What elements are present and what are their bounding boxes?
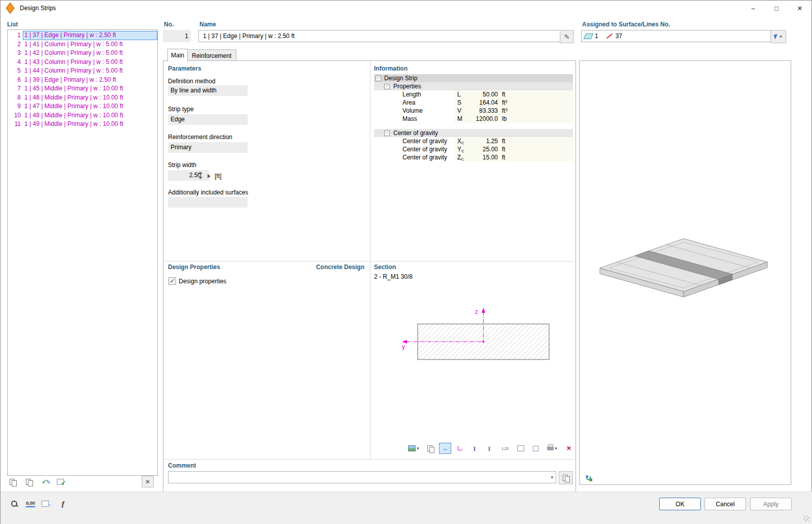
stress-points-button[interactable]: I — [468, 443, 481, 454]
chevron-down-icon: ▾ — [551, 472, 553, 483]
design-strips-dialog: Design Strips – □ ✕ List 11 | 37 | Edge … — [0, 0, 812, 524]
strip-number-field: 1 — [163, 30, 191, 42]
units-settings-button[interactable]: 0,00 — [23, 497, 38, 510]
reinforcement-direction-field[interactable]: Primary — [168, 142, 248, 153]
list-item[interactable]: 111 | 49 | Middle | Primary | w : 10.00 … — [8, 120, 157, 129]
ibeam-icon: I — [488, 445, 490, 452]
definition-method-field[interactable]: By line and width — [168, 85, 248, 96]
collapse-icon[interactable]: − — [384, 130, 390, 136]
concrete-design-heading: Concrete Design — [264, 264, 364, 271]
strip-width-expander-button[interactable] — [206, 170, 213, 182]
chevron-down-icon: ▾ — [417, 446, 419, 451]
info-row: Center of gravity ZC 15.00 ft — [374, 153, 573, 161]
included-surfaces-field[interactable] — [168, 197, 248, 208]
tree-group-row[interactable]: − Center of gravity — [374, 129, 573, 137]
name-input[interactable]: 1 | 37 | Edge | Primary | w : 2.50 ft — [198, 30, 562, 42]
comment-heading: Comment — [168, 462, 196, 469]
comment-combobox[interactable]: ▾ — [168, 471, 556, 483]
edit-name-button[interactable]: ✎ — [560, 30, 574, 43]
design-properties-checkbox[interactable]: ✓ — [168, 277, 176, 285]
tab-reinforcement[interactable]: Reinforcement — [187, 49, 236, 61]
part-numbers-button[interactable]: I — [483, 443, 495, 454]
dimension-lines-button[interactable]: ↔ — [439, 443, 451, 454]
strip-type-field[interactable]: Edge — [168, 114, 248, 125]
red-cross-icon: ✕ — [566, 445, 571, 452]
find-button[interactable] — [8, 497, 21, 510]
copy-image-button[interactable] — [424, 443, 436, 454]
strip-width-spinner[interactable] — [197, 171, 204, 180]
list-item[interactable]: 51 | 44 | Column | Primary | w : 5.00 ft — [8, 67, 157, 76]
picture-icon — [408, 445, 416, 451]
info-row: Center of gravity XC 1.25 ft — [374, 137, 573, 145]
section-heading: Section — [374, 264, 396, 271]
apply-button[interactable]: Apply — [750, 498, 792, 510]
spinner-up-icon[interactable] — [198, 172, 202, 174]
collapse-icon[interactable]: − — [384, 84, 390, 89]
maximize-button[interactable]: □ — [765, 1, 788, 16]
values-button[interactable]: 1.23 — [498, 443, 512, 454]
name-heading: Name — [199, 21, 216, 28]
list-heading: List — [7, 21, 18, 28]
title-bar[interactable]: Design Strips – □ ✕ — [1, 1, 811, 16]
import-table-button[interactable]: → — [40, 497, 53, 510]
tree-root-row[interactable]: − Design Strip — [374, 74, 573, 82]
list-item[interactable]: 21 | 41 | Column | Primary | w : 5.00 ft — [8, 40, 157, 49]
no-heading: No. — [164, 21, 174, 28]
list-item[interactable]: 41 | 43 | Column | Primary | w : 5.00 ft — [8, 58, 157, 67]
arrow-icon: → — [47, 501, 52, 507]
edit-selected-button[interactable]: ✓ ✎ — [40, 476, 52, 487]
magnifier-icon — [11, 500, 18, 507]
info-row: Area S 164.04 ft² — [374, 99, 573, 107]
small-grid-icon — [533, 446, 538, 451]
list-item[interactable]: 91 | 47 | Middle | Primary | w : 10.00 f… — [8, 102, 157, 111]
ibeam-icon: I — [473, 445, 476, 452]
assigned-heading: Assigned to Surface/Lines No. — [582, 21, 670, 28]
delete-strip-button[interactable]: ✕ — [142, 476, 154, 487]
section-display-button[interactable]: ▾ — [405, 443, 422, 454]
copy-strip-button[interactable] — [23, 476, 35, 487]
new-strip-button[interactable]: ✶ — [8, 476, 20, 487]
list-item[interactable]: 61 | 39 | Edge | Primary | w : 2.50 ft — [8, 76, 157, 85]
model-3d-view[interactable]: ↻ — [579, 60, 791, 485]
axes-button[interactable] — [454, 443, 466, 454]
section-name: 2 - R_M1 30/8 — [374, 273, 413, 280]
axis-y-label: y — [402, 343, 405, 350]
assigned-surface-number: 1 — [595, 30, 598, 42]
minimize-button[interactable]: – — [741, 1, 765, 16]
information-heading: Information — [374, 65, 408, 72]
info-row: Volume V 83.333 ft³ — [374, 107, 573, 115]
list-item[interactable]: 11 | 37 | Edge | Primary | w : 2.50 ft — [8, 31, 157, 40]
list-item[interactable]: 81 | 46 | Middle | Primary | w : 10.00 f… — [8, 93, 157, 103]
close-button[interactable]: ✕ — [788, 1, 811, 16]
tab-main[interactable]: Main — [167, 49, 188, 61]
list-item[interactable]: 31 | 42 | Column | Primary | w : 5.00 ft — [8, 49, 157, 58]
expander-arrow-icon — [208, 174, 211, 178]
select-objects-button[interactable]: ▾ — [770, 30, 786, 43]
copy-icon — [26, 479, 32, 485]
tree-group-row[interactable]: − Properties — [374, 82, 573, 90]
formulas-button[interactable]: f — [56, 497, 70, 510]
list-item[interactable]: 71 | 45 | Middle | Primary | w : 10.00 f… — [8, 84, 157, 93]
window-title: Design Strips — [20, 5, 56, 12]
table-button[interactable] — [515, 443, 527, 454]
reset-view-button[interactable]: ✕ — [563, 443, 575, 454]
details-button[interactable] — [529, 443, 542, 454]
chevron-down-icon: ▾ — [555, 446, 557, 451]
new-item-icon — [10, 479, 16, 485]
print-button[interactable]: ▾ — [544, 443, 560, 454]
list-item[interactable]: 101 | 48 | Middle | Primary | w : 10.00 … — [8, 111, 157, 120]
assigned-objects-field[interactable]: 1 37 — [581, 30, 772, 42]
design-properties-heading: Design Properties — [168, 264, 220, 271]
cancel-button[interactable]: Cancel — [704, 498, 746, 510]
design-strip-list[interactable]: 11 | 37 | Edge | Primary | w : 2.50 ft 2… — [7, 29, 158, 476]
check-icon: ✓ — [170, 278, 175, 284]
copy-comment-button[interactable] — [559, 471, 573, 484]
panel-divider — [163, 459, 574, 460]
spinner-down-icon[interactable] — [198, 177, 202, 179]
collapse-icon[interactable]: − — [376, 76, 381, 81]
update-view-button[interactable]: ↻ — [583, 472, 595, 483]
ok-button[interactable]: OK — [659, 498, 701, 510]
resize-grip[interactable] — [803, 515, 809, 521]
chevron-down-icon: ▾ — [780, 34, 782, 39]
select-strips-button[interactable]: ✓ — [55, 476, 67, 487]
